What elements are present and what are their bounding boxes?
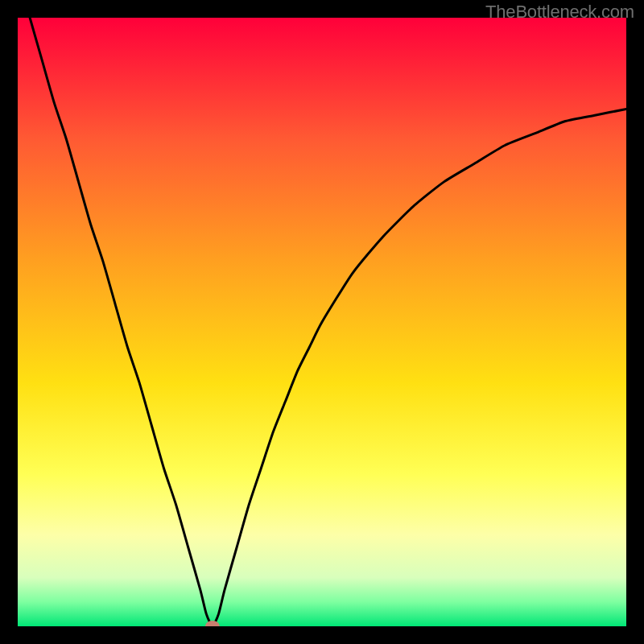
- watermark-text: TheBottleneck.com: [485, 2, 634, 23]
- bottleneck-chart: [18, 18, 626, 626]
- chart-svg: [18, 18, 626, 626]
